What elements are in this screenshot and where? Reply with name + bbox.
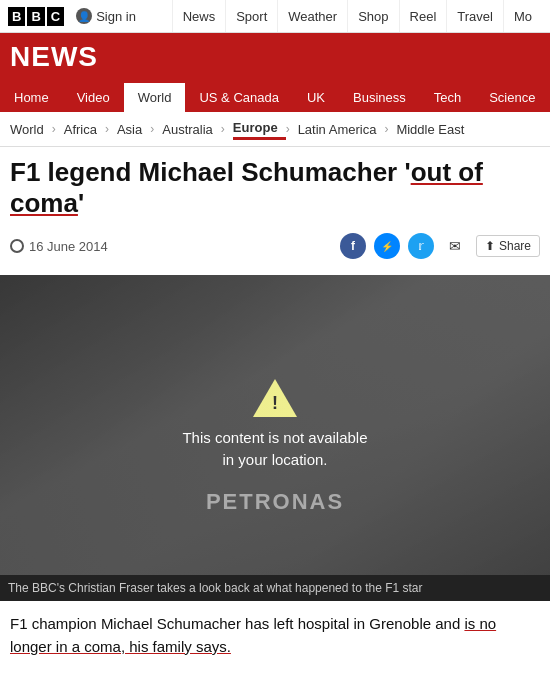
bbc-logo-b: B	[8, 7, 25, 26]
breadcrumb-sep6: ›	[384, 122, 388, 136]
share-messenger-button[interactable]: ⚡	[374, 233, 400, 259]
breadcrumb-europe[interactable]: Europe	[233, 118, 286, 140]
warning-exclamation-icon: !	[272, 394, 278, 412]
breadcrumb-world[interactable]: World	[10, 120, 52, 139]
section-nav-uk[interactable]: UK	[293, 83, 339, 112]
share-row: f ⚡ 𝕣 ✉ ⬆ Share	[340, 233, 540, 259]
article-body: F1 champion Michael Schumacher has left …	[0, 613, 550, 676]
section-nav-world[interactable]: World	[124, 83, 186, 112]
article-paragraph-1: F1 champion Michael Schumacher has left …	[10, 613, 540, 658]
article-title-part2: '	[78, 188, 84, 218]
top-nav-sport[interactable]: Sport	[225, 0, 277, 32]
section-nav-home[interactable]: Home	[0, 83, 63, 112]
top-bar: B B C 👤 Sign in News Sport Weather Shop …	[0, 0, 550, 33]
share-facebook-button[interactable]: f	[340, 233, 366, 259]
share-label: Share	[499, 239, 531, 253]
breadcrumb-sep1: ›	[52, 122, 56, 136]
share-email-button[interactable]: ✉	[442, 233, 468, 259]
article-date: 16 June 2014	[29, 239, 108, 254]
breadcrumb-sep5: ›	[286, 122, 290, 136]
date-area: 16 June 2014	[10, 239, 108, 254]
breadcrumb-sep2: ›	[105, 122, 109, 136]
media-not-available-text: This content is not available in your lo…	[182, 427, 367, 472]
media-unavailable-line1: This content is not available	[182, 427, 367, 450]
top-nav-weather[interactable]: Weather	[277, 0, 347, 32]
top-nav-travel[interactable]: Travel	[446, 0, 503, 32]
media-unavailable-line2: in your location.	[182, 449, 367, 472]
bbc-logo-c: C	[47, 7, 64, 26]
share-button[interactable]: ⬆ Share	[476, 235, 540, 257]
clock-icon	[10, 239, 24, 253]
article-title: F1 legend Michael Schumacher 'out of com…	[10, 157, 540, 219]
media-overlay: ! This content is not available in your …	[0, 275, 550, 575]
breadcrumb-sep3: ›	[150, 122, 154, 136]
media-petronas-text: PETRONAS	[206, 489, 344, 515]
sign-in-button[interactable]: 👤 Sign in	[76, 8, 136, 24]
article-body-part1: F1 champion Michael Schumacher has left …	[10, 615, 464, 632]
sign-in-label: Sign in	[96, 9, 136, 24]
article: F1 legend Michael Schumacher 'out of com…	[0, 147, 550, 265]
section-nav-science[interactable]: Science	[475, 83, 549, 112]
breadcrumb-sep4: ›	[221, 122, 225, 136]
top-nav: News Sport Weather Shop Reel Travel Mo	[172, 0, 542, 32]
media-block: ! This content is not available in your …	[0, 275, 550, 575]
bbc-logo-b2: B	[27, 7, 44, 26]
date-row: 16 June 2014 f ⚡ 𝕣 ✉ ⬆ Share	[10, 233, 540, 265]
article-title-part1: F1 legend Michael Schumacher '	[10, 157, 411, 187]
section-nav-us-canada[interactable]: US & Canada	[185, 83, 293, 112]
top-nav-news[interactable]: News	[172, 0, 226, 32]
bbc-logo: B B C	[8, 7, 64, 26]
breadcrumb-australia[interactable]: Australia	[162, 120, 221, 139]
media-caption: The BBC's Christian Fraser takes a look …	[0, 575, 550, 601]
top-nav-shop[interactable]: Shop	[347, 0, 398, 32]
warning-icon-wrapper: !	[253, 379, 297, 417]
user-icon: 👤	[76, 8, 92, 24]
share-icon: ⬆	[485, 239, 495, 253]
bbc-news-title: NEWS	[10, 41, 98, 72]
top-nav-reel[interactable]: Reel	[399, 0, 447, 32]
bbc-news-header: NEWS	[0, 33, 550, 83]
breadcrumb-middle-east[interactable]: Middle East	[396, 120, 472, 139]
section-nav: Home Video World US & Canada UK Business…	[0, 83, 550, 112]
section-nav-video[interactable]: Video	[63, 83, 124, 112]
top-nav-more[interactable]: Mo	[503, 0, 542, 32]
section-nav-business[interactable]: Business	[339, 83, 420, 112]
breadcrumb: World › Africa › Asia › Australia › Euro…	[0, 112, 550, 147]
share-twitter-button[interactable]: 𝕣	[408, 233, 434, 259]
section-nav-tech[interactable]: Tech	[420, 83, 475, 112]
breadcrumb-latin-america[interactable]: Latin America	[298, 120, 385, 139]
breadcrumb-asia[interactable]: Asia	[117, 120, 150, 139]
breadcrumb-africa[interactable]: Africa	[64, 120, 105, 139]
